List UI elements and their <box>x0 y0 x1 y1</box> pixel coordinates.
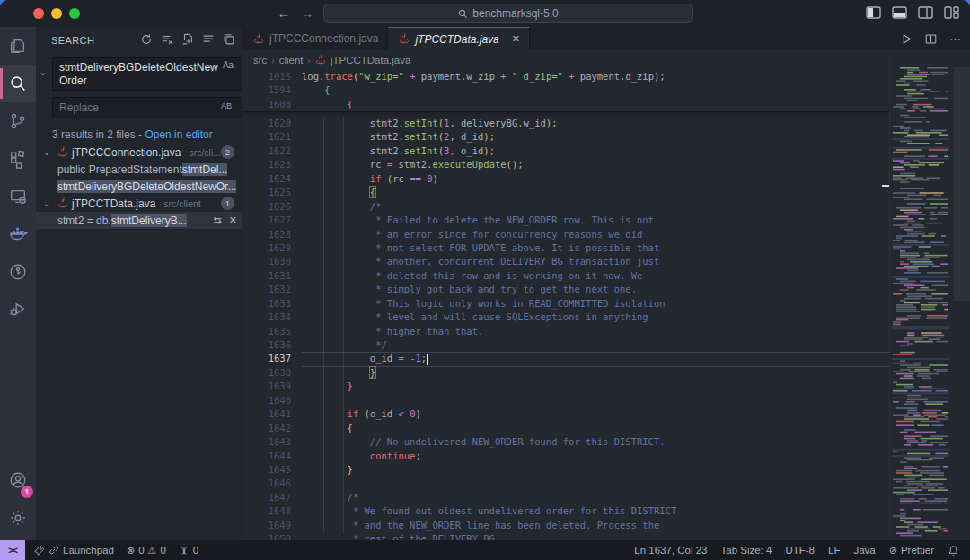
code-line-1645[interactable]: 1645 } <box>242 463 889 477</box>
explorer-icon[interactable] <box>0 27 36 65</box>
scrollbar[interactable] <box>954 50 970 540</box>
customize-layout-icon[interactable] <box>944 5 959 20</box>
close-tab-icon[interactable]: ✕ <box>512 33 520 45</box>
code-line-1015[interactable]: 1015log.trace("w_zip=" + payment.w_zip +… <box>242 70 889 83</box>
breadcrumb-item-client[interactable]: client <box>279 55 304 66</box>
code-line-1621[interactable]: 1621 stmt2.setInt(2, d_id); <box>242 130 889 144</box>
code-line-1627[interactable]: 1627 * Failed to delete the NEW_ORDER ro… <box>242 214 889 227</box>
preserve-case-icon[interactable]: AB <box>221 101 232 110</box>
code-line-1647[interactable]: 1647 /* <box>242 491 889 504</box>
result-match-row[interactable]: stmtDeliveryBGDeleteOldestNewOr... <box>36 178 242 195</box>
more-actions-icon[interactable]: ⋯ <box>949 32 961 46</box>
open-in-editor-link[interactable]: Open in editor <box>145 128 212 141</box>
run-file-icon[interactable] <box>901 33 913 45</box>
accounts-icon[interactable]: 1 <box>0 461 36 499</box>
code-line-1648[interactable]: 1648 * We found out oldest undelivered o… <box>242 504 889 518</box>
launchpad-item[interactable]: Launchpad <box>34 545 114 556</box>
zoom-button[interactable] <box>69 8 80 19</box>
forward-arrow-icon[interactable]: → <box>298 4 316 22</box>
code-line-1643[interactable]: 1643 // No undelivered NEW_ORDER found f… <box>242 435 889 449</box>
search-icon[interactable] <box>0 65 36 102</box>
result-file-row[interactable]: ⌄jTPCCConnection.javasrc/cli...2 <box>36 144 242 161</box>
code-line-1638[interactable]: 1638 } <box>242 366 889 380</box>
breadcrumb[interactable]: src › client › jTPCCTData.java <box>242 50 970 70</box>
remote-explorer-icon[interactable] <box>0 178 36 215</box>
code-line-1637[interactable]: 1637 o_id = -1; <box>242 352 889 365</box>
replace-input[interactable]: Replace <box>52 97 242 118</box>
code-line-1639[interactable]: 1639 } <box>242 380 889 393</box>
circle-branch-icon[interactable] <box>0 253 36 291</box>
code-line-1640[interactable]: 1640 <box>242 394 889 407</box>
code-line-1628[interactable]: 1628 * an error since for concurrency re… <box>242 228 889 241</box>
code-line-1629[interactable]: 1629 * not select FOR UPDATE above. It i… <box>242 241 889 255</box>
code-line-1649[interactable]: 1649 * and the NEW_ORDER line has been d… <box>242 519 889 532</box>
clear-results-icon[interactable] <box>161 33 173 46</box>
code-line-1626[interactable]: 1626 /* <box>242 200 889 214</box>
code-line-1632[interactable]: 1632 * simply got back and try to get th… <box>242 283 889 296</box>
split-editor-icon[interactable] <box>925 33 937 45</box>
code-line-1625[interactable]: 1625 { <box>242 186 889 199</box>
language-indicator[interactable]: Java <box>853 545 875 556</box>
code-line-1620[interactable]: 1620 stmt2.setInt(1, deliveryBG.w_id); <box>242 117 889 130</box>
formatter-item[interactable]: ⊘ Prettier <box>889 545 934 556</box>
code-text: rc = stmt2.executeUpdate(); <box>302 158 524 171</box>
code-editor[interactable]: 1620 stmt2.setInt(1, deliveryBG.w_id);16… <box>242 70 889 540</box>
close-button[interactable] <box>33 8 44 19</box>
code-line-1624[interactable]: 1624 if (rc == 0) <box>242 172 889 186</box>
expand-all-icon[interactable] <box>202 33 215 46</box>
problems-item[interactable]: ⊗ 0 ⚠ 0 <box>127 545 166 556</box>
match-case-icon[interactable]: Aa <box>221 60 235 70</box>
code-line-1634[interactable]: 1634 * level and will cause SQLException… <box>242 311 889 324</box>
refresh-icon[interactable] <box>140 33 153 46</box>
code-line-1623[interactable]: 1623 rc = stmt2.executeUpdate(); <box>242 158 889 171</box>
tab-jTPCCConnection.java[interactable]: jTPCCConnection.java <box>242 27 388 50</box>
result-match-row[interactable]: stmt2 = db.stmtDeliveryB...⇆✕ <box>36 212 242 229</box>
code-line-1594[interactable]: 1594 { <box>242 83 889 97</box>
code-line-1646[interactable]: 1646 <box>242 477 889 490</box>
code-line-1641[interactable]: 1641 if (o_id < 0) <box>242 407 889 421</box>
breadcrumb-item-src[interactable]: src <box>253 55 267 66</box>
code-line-1636[interactable]: 1636 */ <box>242 338 889 352</box>
remote-indicator[interactable]: >< <box>0 540 25 560</box>
extensions-icon[interactable] <box>0 140 36 178</box>
toggle-panel-icon[interactable] <box>892 5 907 20</box>
encoding-indicator[interactable]: UTF-8 <box>785 545 815 556</box>
eol-indicator[interactable]: LF <box>828 545 840 556</box>
source-control-icon[interactable] <box>0 102 36 140</box>
open-search-editor-icon[interactable] <box>181 33 194 46</box>
minimap[interactable] <box>889 50 954 540</box>
ports-item[interactable]: 0 <box>179 545 198 556</box>
scrollbar-slider[interactable] <box>954 67 970 301</box>
replace-match-icon[interactable]: ⇆ <box>214 214 222 226</box>
code-line-1633[interactable]: 1633 * This logic only works in READ_COM… <box>242 297 889 311</box>
result-file-row[interactable]: ⌄jTPCCTData.javasrc/client1 <box>36 195 242 212</box>
minimize-button[interactable] <box>51 8 62 19</box>
code-line-1650[interactable]: 1650 * rest of the DELIVERY_BG. <box>242 532 889 540</box>
result-match-row[interactable]: public PreparedStatement stmtDel... <box>36 161 242 178</box>
back-arrow-icon[interactable]: ← <box>275 4 293 22</box>
code-line-1608[interactable]: 1608 { <box>242 98 889 111</box>
dismiss-match-icon[interactable]: ✕ <box>229 214 237 226</box>
collapse-all-icon[interactable] <box>223 33 235 46</box>
code-line-1630[interactable]: 1630 * another, concurrent DELIVERY_BG t… <box>242 255 889 268</box>
code-line-1635[interactable]: 1635 * higher than that. <box>242 325 889 338</box>
code-line-1644[interactable]: 1644 continue; <box>242 450 889 463</box>
settings-gear-icon[interactable] <box>0 499 36 537</box>
toggle-secondary-sidebar-icon[interactable] <box>918 5 933 20</box>
line-col-indicator[interactable]: Ln 1637, Col 23 <box>634 545 707 556</box>
breadcrumb-item-file[interactable]: jTPCCTData.java <box>331 55 410 66</box>
command-center-search[interactable]: benchmarksql-5.0 <box>323 4 693 23</box>
twisty-icon[interactable]: ⌄ <box>43 198 54 208</box>
notifications-bell-icon[interactable] <box>948 545 959 556</box>
toggle-sidebar-icon[interactable] <box>866 5 881 20</box>
docker-icon[interactable] <box>0 215 36 253</box>
toggle-replace-chevron[interactable]: ⌄ <box>39 66 47 78</box>
code-line-1642[interactable]: 1642 { <box>242 422 889 435</box>
tab-size-indicator[interactable]: Tab Size: 4 <box>720 545 772 556</box>
code-line-1622[interactable]: 1622 stmt2.setInt(3, o_id); <box>242 144 889 158</box>
tab-jTPCCTData.java[interactable]: jTPCCTData.java✕ <box>388 27 530 50</box>
run-debug-icon[interactable] <box>0 291 36 328</box>
line-number: 1624 <box>242 172 302 186</box>
code-line-1631[interactable]: 1631 * deleted this row and is working o… <box>242 269 889 283</box>
twisty-icon[interactable]: ⌄ <box>43 147 54 157</box>
